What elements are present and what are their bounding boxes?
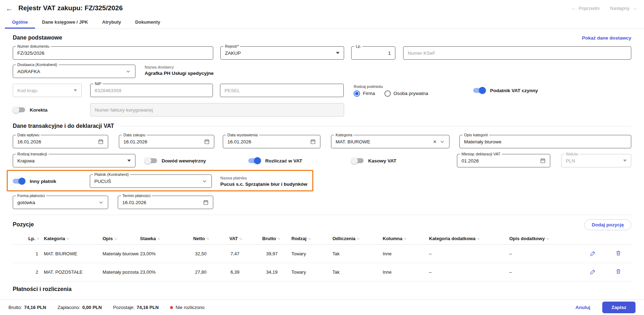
column-header-lp[interactable]: Lp.↑↓ — [13, 236, 39, 241]
calendar-icon[interactable] — [310, 139, 316, 144]
sort-icon: ↑↓ — [404, 237, 406, 240]
column-header-odliczenia[interactable]: Odliczenia↑↓ — [331, 236, 381, 241]
sort-icon: ↑↓ — [66, 237, 69, 240]
kod-kraju-select[interactable]: Kod kraju — [13, 84, 82, 97]
korekta-toggle[interactable] — [13, 107, 25, 112]
inny-platnik-label: Inny płatnik — [30, 179, 56, 184]
podatnik-vat-czynny-toggle[interactable] — [473, 88, 486, 93]
rodzaj-podmiotu-group: Rodzaj podmiotu Firma Osoba prywatna — [354, 84, 428, 97]
platnik-select[interactable]: Płatnik (Kontrahent) PUCUŚ — [90, 174, 212, 188]
tab-dokumenty[interactable]: Dokumenty — [128, 16, 167, 29]
cell-brutto: 39,97 — [242, 251, 280, 256]
nazwa-platnika-block: Nazwa płatnika Pucuś s.c. Sprzątanie biu… — [220, 176, 307, 187]
miesiac-deklaracji-vat-label: Miesiąc deklaracji VAT — [460, 151, 502, 157]
next-button[interactable]: Następny → — [610, 6, 637, 11]
nip-field[interactable]: NIP 6328463359 — [90, 84, 213, 97]
column-header-stawka[interactable]: Stawka↑↓ — [139, 236, 177, 241]
cell-odliczenia: Tak — [331, 251, 381, 256]
cell-brutto: 34,19 — [242, 269, 280, 275]
column-header-kategoria[interactable]: Kategoria↑↓ — [39, 236, 101, 241]
column-label: Opis — [103, 236, 113, 241]
rozliczac-w-vat-toggle[interactable] — [248, 158, 261, 163]
termin-platnosci-value: 16.01.2026 — [122, 200, 200, 205]
pesel-field[interactable]: PESEL — [220, 84, 344, 97]
kod-kraju-placeholder: Kod kraju — [17, 88, 71, 93]
calendar-icon[interactable] — [98, 139, 104, 144]
back-arrow-icon[interactable]: ← — [6, 5, 13, 12]
section-heading-dane-podstawowe: Dane podstawowe — [13, 35, 62, 41]
table-row[interactable]: 2 MAT. POZOSTAŁE Materiały pozostałe 23,… — [13, 263, 631, 281]
column-header-kolumna[interactable]: Kolumna↑↓ — [381, 236, 428, 241]
kategoria-select[interactable]: Kategoria MAT. BIUROWE ✕ — [331, 135, 449, 148]
numer-faktury-korygowanej-placeholder: Numer faktury korygowanej — [95, 107, 340, 113]
delete-icon[interactable] — [615, 250, 621, 257]
podatnik-vat-czynny-label: Podatnik VAT czynny — [490, 88, 538, 93]
cell-opis-dodatkowy: – — [508, 269, 580, 275]
cell-netto: 27,80 — [177, 269, 209, 275]
termin-platnosci-field[interactable]: Termin płatności 16.01.2026 — [118, 196, 213, 209]
column-label: Netto — [193, 236, 205, 241]
nazwa-platnika-label: Nazwa płatnika — [220, 176, 307, 180]
numer-dokumentu-field[interactable]: Numer dokumentu FZ/325/2026 — [13, 46, 213, 60]
edit-icon[interactable] — [590, 250, 596, 257]
tab-bar: Ogólne Dane księgowe / JPK Atrybuty Doku… — [0, 16, 644, 29]
tab-ogolne[interactable]: Ogólne — [5, 16, 35, 29]
save-button[interactable]: Zapisz — [602, 302, 636, 313]
cell-rodzaj: Towary — [280, 251, 331, 256]
clear-icon[interactable]: ✕ — [433, 139, 437, 144]
show-supplier-data-link[interactable]: Pokaż dane dostawcy — [582, 35, 631, 41]
column-header-opis[interactable]: Opis↑↓ — [101, 236, 139, 241]
lp-field[interactable]: Lp. 1 — [351, 46, 395, 60]
inny-platnik-toggle[interactable] — [13, 179, 25, 184]
column-header-brutto[interactable]: Brutto↑↓ — [242, 236, 280, 241]
chevron-down-icon — [202, 179, 207, 184]
calendar-icon[interactable] — [204, 139, 210, 144]
section-heading-pozycje: Pozycje — [13, 221, 34, 228]
column-header-netto[interactable]: Netto↑↓ — [177, 236, 209, 241]
radio-firma[interactable]: Firma — [354, 90, 375, 97]
calendar-icon[interactable] — [540, 158, 546, 164]
table-row[interactable]: 1 MAT. BIUROWE Materiały biurowe 23,00% … — [13, 245, 631, 263]
section-heading-dane-transakcyjne: Dane transakcyjne i do deklaracji VAT — [13, 123, 114, 129]
kasowy-vat-toggle[interactable] — [351, 158, 364, 163]
cell-vat: 7,47 — [209, 251, 242, 256]
pozostaje-summary: Pozostaje:74,16 PLN — [113, 305, 159, 310]
tab-atrybuty[interactable]: Atrybuty — [95, 16, 128, 29]
data-wplywu-field[interactable]: Data wpływu 16.01.2026 — [13, 135, 108, 148]
column-header-rodzaj[interactable]: Rodzaj↑↓ — [280, 236, 331, 241]
column-header-opis-dodatkowy[interactable]: Opis dodatkowy↑↓ — [508, 236, 580, 241]
forma-platnosci-select[interactable]: Forma płatności gotówka — [13, 196, 108, 209]
topbar: ← Rejestr VAT zakupu: FZ/325/2026 ← Popr… — [0, 0, 644, 16]
dowod-wewnetrzny-toggle[interactable] — [145, 158, 157, 163]
add-item-button[interactable]: Dodaj pozycję — [584, 219, 631, 230]
numer-faktury-korygowanej-field[interactable]: Numer faktury korygowanej — [90, 103, 344, 117]
rejestr-select[interactable]: Rejestr* ZAKUP — [220, 46, 344, 60]
kasowy-vat-toggle-group: Kasowy VAT — [351, 158, 457, 164]
rodzaj-transakcji-select[interactable]: Rodzaj transakcji Krajowa — [13, 154, 135, 167]
status-badge: Nie rozliczono — [170, 305, 205, 310]
data-zakupu-field[interactable]: Data zakupu 16.01.2026 — [119, 135, 214, 148]
column-header-kategoria-dodatkowa[interactable]: Kategoria dodatkowa↑↓ — [428, 236, 508, 241]
column-header-vat[interactable]: VAT↑↓ — [209, 236, 242, 241]
nazwa-dostawcy-block: Nazwa dostawcy Agrafka PH Usługi spedycy… — [145, 65, 214, 76]
cell-rodzaj: Towary — [280, 269, 331, 275]
waluta-label: Waluta — [564, 151, 579, 157]
calendar-icon[interactable] — [203, 200, 209, 205]
radio-osoba-prywatna[interactable]: Osoba prywatna — [384, 90, 428, 97]
waluta-select[interactable]: Waluta PLN — [561, 154, 631, 167]
nazwa-dostawcy-label: Nazwa dostawcy — [145, 65, 214, 69]
cancel-button[interactable]: Anuluj — [575, 305, 590, 310]
column-label: VAT — [229, 236, 238, 241]
rodzaj-transakcji-value: Krajowa — [17, 158, 124, 164]
edit-icon[interactable] — [590, 269, 596, 276]
cell-kategoria-dodatkowa: – — [428, 269, 508, 275]
numer-ksef-field[interactable]: Numer KSeF — [403, 46, 631, 60]
miesiac-deklaracji-vat-field[interactable]: Miesiąc deklaracji VAT 01.2026 — [457, 154, 550, 167]
dostawca-select[interactable]: Dostawca (Kontrahent) AGRAFKA — [13, 65, 135, 78]
cell-opis: Materiały pozostałe — [101, 269, 139, 275]
opis-kategorii-field[interactable]: Opis kategorii Materiały biurowe — [459, 135, 631, 148]
delete-icon[interactable] — [615, 268, 621, 276]
previous-button[interactable]: ← Poprzedni — [572, 6, 600, 11]
data-wystawienia-field[interactable]: Data wystawienia 16.01.2026 — [223, 135, 320, 148]
tab-dane-ksiegowe-jpk[interactable]: Dane księgowe / JPK — [35, 16, 95, 29]
